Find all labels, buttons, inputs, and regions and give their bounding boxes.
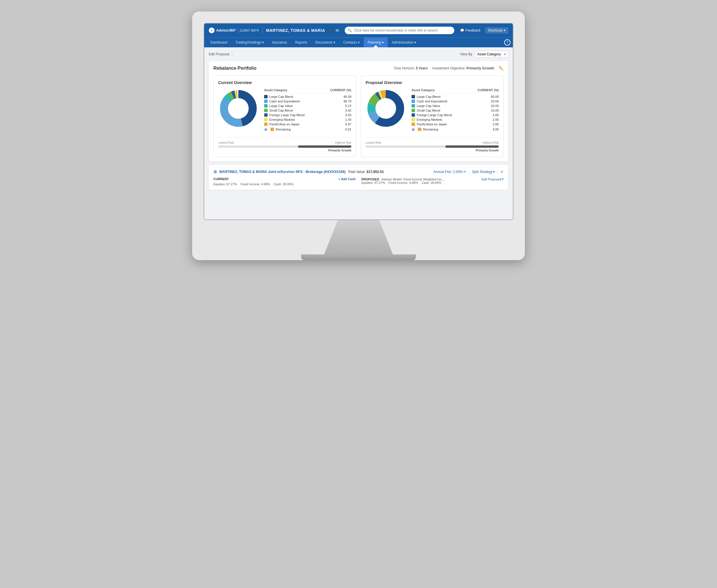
legend-value: 0.97 [340, 123, 351, 126]
view-by-select-wrap[interactable]: Asset Category [475, 51, 508, 58]
color-swatch [418, 128, 421, 131]
list-item: Cash and Equivalents 10.00 [412, 100, 499, 103]
client-label: CLIENT 360°® [240, 29, 259, 32]
expand-icon[interactable]: ⊕ [412, 127, 415, 132]
account-name-link[interactable]: MARTINEZ, TOMAS & MARIA Joint w/Survivor… [219, 170, 345, 174]
view-by-select[interactable]: Asset Category [475, 51, 508, 58]
legend-value: 10.00 [487, 109, 499, 112]
risk-bar-fill [298, 145, 351, 148]
split-strategy-button[interactable]: Split Strategy ▾ [472, 170, 495, 174]
proposal-overview-title: Proposal Overview [366, 80, 499, 85]
logo-text: Advisor360° [216, 28, 236, 33]
proposal-risk-section: Lowest Risk Highest Risk Primarily Growt… [366, 138, 499, 152]
legend-value: 5.13 [340, 104, 351, 108]
risk-bar-track [218, 145, 351, 148]
logo: A Advisor360° CLIENT 360°® [209, 27, 259, 33]
list-item: Emerging Markets 1.43 [264, 118, 351, 121]
proposed-fixed-income: Fixed Income: 4.68% [388, 181, 418, 185]
nav-item-contacts[interactable]: Contacts ▾ [339, 38, 364, 47]
legend-value: 2.00 [487, 123, 499, 126]
risk-bar-track [366, 145, 499, 148]
account-total-value: $17,852.51 [366, 170, 384, 174]
search-icon: 🔍 [347, 28, 352, 33]
risk-labels: Lowest Risk Highest Risk [218, 141, 351, 144]
phone-icon[interactable]: 📞 [329, 28, 333, 33]
time-horizon-label: Time Horizon: 5 Years [394, 66, 428, 70]
help-button[interactable]: ? [504, 39, 510, 46]
breadcrumb-edit-proposal[interactable]: Edit Proposal [209, 52, 229, 56]
proposal-chart-content: Asset Category CURRENT (%) Large Cap Ble… [366, 88, 499, 133]
close-account-button[interactable]: ✕ [500, 169, 504, 174]
color-swatch [264, 100, 268, 103]
annual-fee-label[interactable]: Annual Fee: 2.00% ✏ [434, 170, 466, 174]
legend-label: Emerging Markets [417, 118, 486, 121]
legend-label: Large Cap Value [269, 104, 338, 108]
shortcuts-button[interactable]: Shortcuts ▾ [485, 27, 508, 34]
legend-value: 38.79 [340, 100, 351, 103]
color-swatch [412, 113, 415, 117]
legend-label: Pacific/Asia ex-Japan [269, 123, 338, 126]
risk-bar-fill [445, 145, 499, 148]
color-swatch [412, 100, 415, 103]
list-item: Foreign Large Cap Blend 3.03 [264, 113, 351, 117]
feedback-button[interactable]: 💬 Feedback [460, 28, 481, 33]
nav-item-reports[interactable]: Reports [291, 38, 311, 47]
search-bar[interactable]: 🔍 [345, 27, 454, 34]
legend-value: 46.09 [340, 95, 351, 98]
list-item: Large Cap Value 10.00 [412, 104, 499, 108]
legend-label: Cash and Equivalents [417, 100, 486, 103]
account-section: ⊕ MARTINEZ, TOMAS & MARIA Joint w/Surviv… [209, 165, 508, 190]
edit-proposed-button[interactable]: Edit Proposed ▾ [482, 177, 504, 181]
low-risk-label: Lowest Risk [366, 141, 381, 144]
rebalance-header: Rebalance Portfolio Time Horizon: 5 Year… [213, 66, 504, 71]
color-swatch [412, 118, 415, 121]
breadcrumb-sep: | [231, 52, 232, 56]
view-by-label: View By [460, 52, 472, 56]
nav-item-trading[interactable]: Trading/Holdings ▾ [231, 38, 268, 47]
view-by-area: View By Asset Category [460, 51, 508, 58]
logo-icon: A [209, 27, 214, 33]
legend-label: Foreign Large Cap Blend [417, 113, 486, 117]
legend-value: 2.00 [487, 118, 499, 121]
add-cash-button[interactable]: + Add Cash [338, 177, 356, 181]
list-item: Pacific/Asia ex-Japan 0.97 [264, 123, 351, 126]
nav-item-insurance[interactable]: Insurance [268, 38, 291, 47]
current-risk-section: Lowest Risk Highest Risk Primarily Growt… [218, 138, 351, 152]
list-item: Large Cap Blend 46.09 [264, 95, 351, 98]
divider [262, 27, 263, 34]
account-expand-icon[interactable]: ⊕ [213, 169, 217, 174]
high-risk-label: Highest Risk [335, 141, 351, 144]
proposed-equities: Equities: 67.27% [361, 181, 385, 185]
remaining-label: Remaining [423, 128, 486, 131]
list-item: Large Cap Value 5.13 [264, 104, 351, 108]
current-stats: Equities: 67.27% Fixed Income: 4.68% Cas… [213, 183, 356, 186]
search-input[interactable] [345, 27, 454, 34]
nav-item-dashboard[interactable]: Dashboard [207, 38, 231, 47]
current-header-label: CURRENT [213, 177, 229, 181]
charts-row: Current Overview [213, 76, 504, 157]
risk-current-label: Primarily Growth [366, 149, 499, 152]
expand-icon[interactable]: ⊕ [264, 127, 268, 132]
edit-objective-icon[interactable]: ✏️ [499, 66, 504, 70]
investment-objective-value: Primarily Growth [466, 66, 494, 70]
proposal-legend: Asset Category CURRENT (%) Large Cap Ble… [412, 88, 499, 133]
time-horizon-value: 5 Years [416, 66, 428, 70]
legend-label: Emerging Markets [269, 118, 338, 121]
investment-objective-label: Investment Objective: Primarily Growth [433, 66, 494, 70]
legend-label: Large Cap Blend [417, 95, 486, 98]
color-swatch [412, 123, 415, 126]
legend-label: Small Cap Blend [269, 109, 338, 112]
list-item: Emerging Markets 2.00 [412, 118, 499, 121]
nav-item-administration[interactable]: Administration ▾ [388, 38, 420, 47]
nav-item-documents[interactable]: Documents ▾ [311, 38, 339, 47]
current-col-pct: CURRENT (%) [330, 88, 351, 92]
current-equities: Equities: 67.27% [213, 183, 237, 186]
edit-fee-icon[interactable]: ✏ [463, 170, 466, 174]
legend-label: Cash and Equivalents [269, 100, 338, 103]
nav-item-planning[interactable]: Planning ▾ [364, 38, 388, 47]
remaining-row: ⊕ Remaining 0.01 [264, 127, 351, 132]
list-item: Small Cap Blend 3.42 [264, 109, 351, 112]
color-swatch [412, 109, 415, 112]
proposed-header-label: PROPOSED [361, 177, 379, 181]
email-icon[interactable]: ✉ [336, 28, 339, 33]
